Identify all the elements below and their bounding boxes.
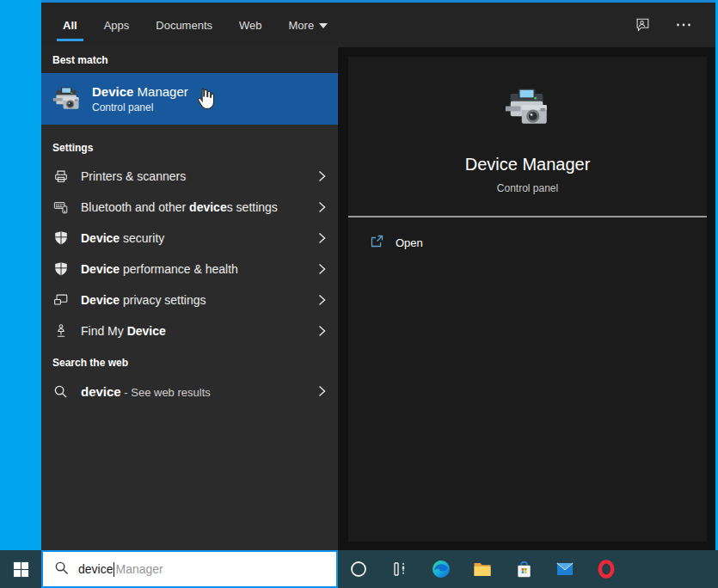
best-match-title: Device Manager xyxy=(92,84,188,99)
tab-more-label: More xyxy=(289,19,315,32)
tab-apps-label: Apps xyxy=(104,19,130,32)
result-bluetooth-devices-settings[interactable]: Bluetooth and other devices settings xyxy=(41,192,338,223)
tab-all-label: All xyxy=(63,19,77,32)
tab-all[interactable]: All xyxy=(63,3,77,47)
chevron-right-icon[interactable] xyxy=(318,325,326,337)
chevron-right-icon[interactable] xyxy=(318,201,326,213)
shield-icon xyxy=(52,261,69,278)
search-flyout: All Apps Documents Web More xyxy=(41,0,715,550)
search-header: All Apps Documents Web More xyxy=(41,3,715,47)
results-list: Best match xyxy=(41,47,338,550)
result-device-security[interactable]: Device security xyxy=(41,223,338,254)
settings-header: Settings xyxy=(41,135,338,161)
preview-title: Device Manager xyxy=(348,155,707,175)
task-view-button[interactable] xyxy=(379,550,420,588)
chevron-right-icon[interactable] xyxy=(318,385,326,397)
printer-icon xyxy=(52,168,69,185)
preview-subtitle: Control panel xyxy=(348,182,707,194)
opera-button[interactable] xyxy=(586,550,627,588)
search-the-web-header-label: Search the web xyxy=(52,357,128,369)
search-suggestion-text: Manager xyxy=(115,562,163,576)
open-action[interactable]: Open xyxy=(348,234,707,251)
result-label: Device performance & health xyxy=(81,262,311,276)
device-manager-icon xyxy=(52,83,83,114)
chevron-right-icon[interactable] xyxy=(318,170,326,182)
search-results: Best match xyxy=(41,47,715,550)
person-pin-icon xyxy=(52,323,69,340)
result-label: Device security xyxy=(81,231,311,245)
open-action-label: Open xyxy=(396,236,423,249)
best-match-title-bold: Device xyxy=(92,84,133,99)
best-match-title-rest: Manager xyxy=(133,84,187,99)
search-icon xyxy=(54,560,69,579)
result-printers-scanners[interactable]: Printers & scanners xyxy=(41,161,338,192)
result-label: device - See web results xyxy=(81,384,311,399)
preview-panel: Device Manager Control panel Open xyxy=(338,47,715,550)
result-label: Device privacy settings xyxy=(81,293,311,307)
tab-apps[interactable]: Apps xyxy=(104,3,130,47)
tab-more[interactable]: More xyxy=(289,3,328,47)
device-manager-icon xyxy=(503,83,553,132)
tab-documents-label: Documents xyxy=(156,19,212,32)
chevron-right-icon[interactable] xyxy=(318,232,326,244)
chevron-right-icon[interactable] xyxy=(318,294,326,306)
devices-icon xyxy=(52,199,69,216)
result-label: Bluetooth and other devices settings xyxy=(81,200,311,214)
search-typed-text: device xyxy=(78,562,113,576)
header-icons xyxy=(633,15,693,34)
result-device-privacy-settings[interactable]: Device privacy settings xyxy=(41,285,338,315)
microsoft-store-button[interactable] xyxy=(503,550,544,588)
search-the-web-header: Search the web xyxy=(41,350,338,376)
user-feedback-icon[interactable] xyxy=(633,15,652,34)
preview-divider xyxy=(348,216,707,217)
options-ellipsis-icon[interactable] xyxy=(674,15,693,34)
best-match-text: Device Manager Control panel xyxy=(92,84,188,113)
taskbar-search-box[interactable]: device Manager xyxy=(41,550,338,588)
result-device-performance-health[interactable]: Device performance & health xyxy=(41,254,338,285)
edge-button[interactable] xyxy=(420,550,462,588)
file-explorer-button[interactable] xyxy=(462,550,503,588)
tab-web[interactable]: Web xyxy=(239,3,262,47)
result-find-my-device[interactable]: Find My Device xyxy=(41,315,338,346)
best-match-subtitle: Control panel xyxy=(92,101,188,113)
open-external-icon xyxy=(370,234,384,251)
start-button[interactable] xyxy=(0,550,41,588)
mail-button[interactable] xyxy=(544,550,586,588)
chevron-down-icon xyxy=(319,23,328,28)
preview-card: Device Manager Control panel Open xyxy=(348,57,707,542)
chevron-right-icon[interactable] xyxy=(318,263,326,275)
text-cursor xyxy=(114,562,114,577)
result-label: Printers & scanners xyxy=(81,169,311,183)
best-match-item-device-manager[interactable]: Device Manager Control panel xyxy=(41,73,338,125)
shield-icon xyxy=(52,230,69,247)
result-label: Find My Device xyxy=(81,324,311,338)
best-match-header: Best match xyxy=(41,47,338,73)
search-icon xyxy=(52,383,69,400)
cortana-button[interactable] xyxy=(338,550,379,588)
best-match-header-label: Best match xyxy=(52,54,108,66)
result-web-device[interactable]: device - See web results xyxy=(41,376,338,407)
search-input[interactable]: device Manager xyxy=(78,562,163,577)
screens-icon xyxy=(52,292,69,309)
tab-documents[interactable]: Documents xyxy=(156,3,212,47)
taskbar: device Manager xyxy=(0,550,718,588)
tab-web-label: Web xyxy=(239,19,262,32)
desktop: All Apps Documents Web More xyxy=(0,0,718,588)
settings-header-label: Settings xyxy=(52,142,93,154)
